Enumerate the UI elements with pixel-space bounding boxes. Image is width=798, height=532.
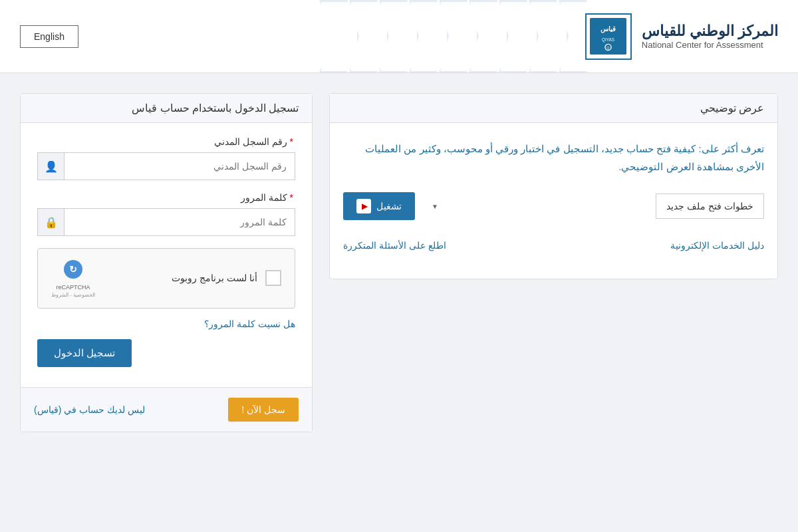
svg-text:قياس: قياس: [600, 25, 616, 33]
captcha-right: ↻ reCAPTCHA الخصوصية - الشروط: [51, 259, 95, 298]
password-required: *: [290, 192, 293, 203]
demo-dropdown[interactable]: خطوات فتح ملف جديدالتسجيل في اختباراستعا…: [656, 194, 764, 219]
password-icon: 🔒: [38, 209, 65, 235]
id-label: * رقم السجل المدني: [37, 136, 295, 147]
forgot-password-link[interactable]: هل نسيت كلمة المرور؟: [37, 319, 295, 329]
logo-icon: قياس QIYAS Q: [585, 13, 632, 60]
password-label: * كلمة المرور: [37, 192, 295, 203]
header: English المركز الوطني للقياس National Ce…: [0, 0, 798, 73]
logo-english-name: National Center for Assessment: [642, 40, 778, 50]
svg-text:QIYAS: QIYAS: [602, 37, 614, 43]
main-content: عرض توضيحي تعرف أكثر على: كيفية فتح حساب…: [0, 73, 798, 452]
id-icon: 👤: [38, 153, 65, 180]
demo-description: تعرف أكثر على: كيفية فتح حساب جديد، التس…: [343, 140, 764, 176]
svg-text:↻: ↻: [69, 264, 77, 275]
svg-text:Q: Q: [607, 46, 610, 50]
play-button-label: تشغيل: [376, 201, 402, 211]
logo-text: المركز الوطني للقياس National Center for…: [642, 23, 778, 50]
id-required: *: [290, 136, 293, 147]
demo-panel-body: تعرف أكثر على: كيفية فتح حساب جديد، التس…: [330, 123, 777, 267]
login-btn-row: تسجيل الدخول: [37, 339, 295, 367]
id-input-wrapper: 👤: [37, 152, 295, 180]
demo-links: دليل الخدمات الإلكترونية اطلع على الأسئل…: [343, 237, 764, 251]
captcha-label: أنا لست برنامج روبوت: [172, 273, 257, 283]
login-button[interactable]: تسجيل الدخول: [37, 339, 132, 367]
english-button[interactable]: English: [20, 25, 78, 48]
password-input[interactable]: [65, 210, 295, 234]
guide-link[interactable]: دليل الخدمات الإلكترونية: [670, 240, 764, 251]
captcha-wrapper[interactable]: أنا لست برنامج روبوت ↻ reCAPTCHA الخصوصي…: [37, 248, 295, 309]
register-text: ليس لديك حساب في (قياس): [34, 404, 145, 415]
faq-link[interactable]: اطلع على الأسئلة المتكررة: [343, 240, 446, 251]
captcha-checkbox[interactable]: [265, 270, 281, 286]
demo-controls: خطوات فتح ملف جديدالتسجيل في اختباراستعا…: [343, 192, 764, 220]
login-panel: تسجيل الدخول باستخدام حساب قياس * رقم ال…: [20, 93, 313, 432]
play-icon: [356, 199, 371, 213]
login-panel-body: * رقم السجل المدني 👤 * كلمة المرور 🔒: [21, 123, 312, 380]
demo-panel: عرض توضيحي تعرف أكثر على: كيفية فتح حساب…: [329, 93, 778, 279]
password-input-wrapper: 🔒: [37, 208, 295, 236]
demo-panel-title: عرض توضيحي: [330, 94, 777, 123]
logo-area: المركز الوطني للقياس National Center for…: [585, 13, 778, 60]
register-section: سجل الآن ! ليس لديك حساب في (قياس): [21, 387, 312, 432]
logo-arabic-name: المركز الوطني للقياس: [642, 23, 778, 40]
recaptcha-brand: reCAPTCHA: [51, 284, 95, 292]
recaptcha-logo-icon: ↻: [63, 259, 84, 280]
id-input[interactable]: [65, 154, 295, 178]
register-button[interactable]: سجل الآن !: [228, 398, 299, 422]
demo-dropdown-wrapper: خطوات فتح ملف جديدالتسجيل في اختباراستعا…: [425, 194, 764, 219]
id-form-group: * رقم السجل المدني 👤: [37, 136, 295, 180]
header-pattern: [0, 0, 598, 72]
captcha-left: أنا لست برنامج روبوت: [172, 270, 281, 286]
password-form-group: * كلمة المرور 🔒: [37, 192, 295, 236]
recaptcha-privacy: الخصوصية - الشروط: [51, 292, 95, 298]
play-button[interactable]: تشغيل: [343, 192, 415, 220]
login-panel-title: تسجيل الدخول باستخدام حساب قياس: [21, 94, 312, 123]
